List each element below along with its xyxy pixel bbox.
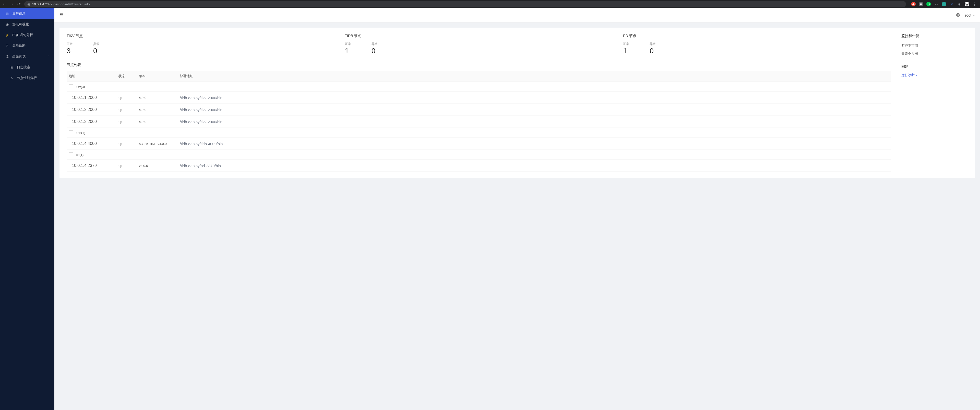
chevron-down-icon: ⌄ xyxy=(973,14,975,17)
url-bar[interactable]: ◉ 10.0.1.4:2379/dashboard/#/cluster_info xyxy=(24,1,906,7)
collapse-toggle[interactable]: − xyxy=(69,152,73,157)
ext-icon-8[interactable]: 🐼 xyxy=(965,2,969,6)
bolt-icon: ⚡ xyxy=(5,33,9,37)
cell-address: 10.0.1.4:4000 xyxy=(69,141,118,146)
user-menu[interactable]: root ⌄ xyxy=(965,13,975,18)
collapse-toggle[interactable]: − xyxy=(69,85,73,89)
cell-address: 10.0.1.4:2379 xyxy=(69,163,118,168)
stat-tikv-normal: 正常 3 xyxy=(67,42,73,55)
run-diagnostics-link[interactable]: 运行诊断 › xyxy=(901,73,917,77)
sidebar-item-diagnostics[interactable]: ⛨ 集群诊断 xyxy=(0,40,54,51)
card: TIKV 节点 正常 3 异常 0 xyxy=(59,28,975,178)
topbar: root ⌄ xyxy=(54,8,980,22)
side-alert-na: 告警不可用 xyxy=(901,49,968,57)
user-name: root xyxy=(965,13,971,18)
browser-extensions: ◆ ◉ G ▭ ✳ ◉ 🐼 ⋮ xyxy=(910,2,978,6)
cell-status: up xyxy=(118,142,139,146)
sidebar-item-label: 高级调试 xyxy=(12,54,25,59)
ext-icon-3[interactable]: G xyxy=(926,2,931,6)
stat-group-pd: PD 节点 正常 1 异常 0 xyxy=(623,34,891,55)
stat-value: 0 xyxy=(372,47,378,55)
table-row: 10.0.1.4:4000up5.7.25-TiDB-v4.0.0/tidb-d… xyxy=(67,138,891,150)
stat-value: 0 xyxy=(649,47,656,55)
sidebar-item-label: 节点性能分析 xyxy=(17,76,37,80)
ext-icon-6[interactable]: ✳ xyxy=(949,2,954,6)
ext-icon-7[interactable]: ◉ xyxy=(957,2,962,6)
nav-back-button[interactable]: ← xyxy=(2,2,6,6)
card-side: 监控和告警 监控不可用 告警不可用 问题 运行诊断 › xyxy=(901,34,968,172)
sidebar-item-advanced-debug[interactable]: ⚗ 高级调试 ⌃ xyxy=(0,51,54,62)
cell-address: 10.0.1.1:2060 xyxy=(69,95,118,100)
table-group[interactable]: −tidb(1) xyxy=(67,128,891,138)
sidebar-item-label: 集群信息 xyxy=(12,11,25,16)
cell-deploy: /tidb-deploy/tidb-4000/bin xyxy=(180,142,889,146)
main: root ⌄ TIKV 节点 正常 3 xyxy=(54,8,980,410)
url-path: :2379/dashboard/#/cluster_info xyxy=(44,2,90,6)
table-group[interactable]: −tikv(3) xyxy=(67,82,891,92)
cell-status: up xyxy=(118,96,139,100)
table-row: 10.0.1.3:2060up4.0.0/tidb-deploy/tikv-20… xyxy=(67,116,891,128)
table-header: 地址 状态 版本 部署地址 xyxy=(67,71,891,82)
link-label: 运行诊断 xyxy=(901,73,915,77)
stat-pd-normal: 正常 1 xyxy=(623,42,629,55)
app: ⊞ 集群信息 ◉ 热点可视化 ⚡ SQL 语句分析 ⛨ 集群诊断 ⚗ 高级调试 … xyxy=(0,8,980,410)
stat-title: PD 节点 xyxy=(623,34,891,38)
stat-label: 正常 xyxy=(623,42,629,46)
ext-icon-1[interactable]: ◆ xyxy=(911,2,916,6)
sidebar-item-log-search[interactable]: 🗎 日志搜索 xyxy=(0,62,54,73)
file-icon: 🗎 xyxy=(10,65,14,69)
group-name: tidb(1) xyxy=(76,131,85,135)
stat-title: TIKV 节点 xyxy=(67,34,335,38)
url-host: 10.0.1.4 xyxy=(32,2,44,6)
stat-tidb-abnormal: 异常 0 xyxy=(372,42,378,55)
side-monitor-na: 监控不可用 xyxy=(901,42,968,49)
nav-forward-button[interactable]: → xyxy=(10,2,14,6)
sidebar-collapse-button[interactable] xyxy=(59,12,64,18)
stat-value: 3 xyxy=(67,47,73,55)
stat-group-tikv: TIKV 节点 正常 3 异常 0 xyxy=(67,34,335,55)
sidebar-item-label: SQL 语句分析 xyxy=(12,33,33,37)
sidebar-item-cluster-info[interactable]: ⊞ 集群信息 xyxy=(0,8,54,19)
group-name: pd(1) xyxy=(76,153,83,157)
ext-icon-2[interactable]: ◉ xyxy=(919,2,923,6)
stat-label: 异常 xyxy=(649,42,656,46)
chevron-up-icon: ⌃ xyxy=(47,55,49,58)
col-header-status: 状态 xyxy=(118,74,139,78)
collapse-toggle[interactable]: − xyxy=(69,130,73,135)
table-group[interactable]: −pd(1) xyxy=(67,150,891,160)
sidebar-item-sql-analysis[interactable]: ⚡ SQL 语句分析 xyxy=(0,30,54,40)
table-body: −tikv(3)10.0.1.1:2060up4.0.0/tidb-deploy… xyxy=(67,82,891,172)
stat-label: 正常 xyxy=(345,42,351,46)
stat-tikv-abnormal: 异常 0 xyxy=(93,42,99,55)
nav-reload-button[interactable]: ⟳ xyxy=(18,2,21,6)
browser-menu-button[interactable]: ⋮ xyxy=(972,2,977,6)
ext-icon-5[interactable] xyxy=(942,2,946,6)
group-name: tikv(3) xyxy=(76,85,85,89)
cell-deploy: /tidb-deploy/pd-2379/bin xyxy=(180,164,889,168)
chevron-right-icon: › xyxy=(916,73,917,77)
table-row: 10.0.1.2:2060up4.0.0/tidb-deploy/tikv-20… xyxy=(67,104,891,116)
col-header-address: 地址 xyxy=(69,74,118,78)
node-table: 地址 状态 版本 部署地址 −tikv(3)10.0.1.1:2060up4.0… xyxy=(67,71,891,172)
stat-value: 0 xyxy=(93,47,99,55)
sidebar-item-profiling[interactable]: ⚠ 节点性能分析 xyxy=(0,73,54,83)
stat-tidb-normal: 正常 1 xyxy=(345,42,351,55)
stat-label: 异常 xyxy=(93,42,99,46)
cell-status: up xyxy=(118,120,139,124)
globe-icon: ◉ xyxy=(27,2,30,6)
stat-value: 1 xyxy=(345,47,351,55)
cell-address: 10.0.1.2:2060 xyxy=(69,107,118,112)
ext-icon-4[interactable]: ▭ xyxy=(934,2,939,6)
debug-icon: ⚗ xyxy=(5,55,9,59)
side-title: 监控和告警 xyxy=(901,34,968,38)
cell-deploy: /tidb-deploy/tikv-2060/bin xyxy=(180,96,889,100)
table-row: 10.0.1.1:2060up4.0.0/tidb-deploy/tikv-20… xyxy=(67,92,891,104)
content: TIKV 节点 正常 3 异常 0 xyxy=(54,22,980,410)
language-button[interactable] xyxy=(956,13,960,18)
node-list-title: 节点列表 xyxy=(67,63,891,67)
side-problem-section: 问题 运行诊断 › xyxy=(901,64,968,77)
shield-icon: ⛨ xyxy=(5,44,9,48)
sidebar-item-keyviz[interactable]: ◉ 热点可视化 xyxy=(0,19,54,30)
cell-version: 4.0.0 xyxy=(139,96,180,100)
table-row: 10.0.1.4:2379upv4.0.0/tidb-deploy/pd-237… xyxy=(67,160,891,172)
